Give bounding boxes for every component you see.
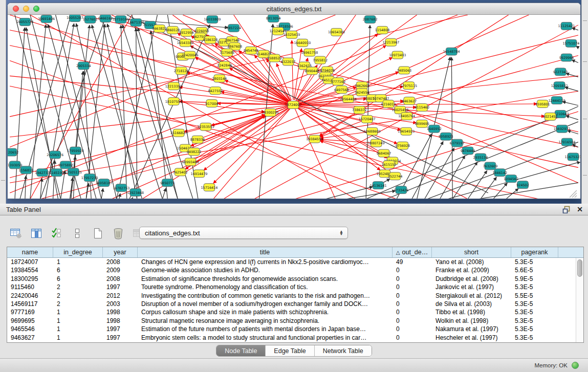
graph-edge[interactable] xyxy=(162,188,166,199)
table-row[interactable]: 1938455462009Genome-wide association stu… xyxy=(7,266,583,274)
graph-edge[interactable] xyxy=(86,24,105,199)
graph-node[interactable]: 2803144 xyxy=(212,75,227,82)
graph-edge[interactable] xyxy=(383,179,390,183)
graph-node[interactable]: 1393059 xyxy=(8,161,22,169)
resize-grip-icon[interactable] xyxy=(570,190,577,198)
graph-node[interactable]: 2120652 xyxy=(8,148,18,156)
graph-node[interactable]: 1942737 xyxy=(35,169,50,177)
graph-node[interactable]: 917004 xyxy=(206,100,219,107)
graph-node[interactable]: 6322037 xyxy=(281,58,296,65)
graph-node[interactable]: 9498222 xyxy=(187,148,202,156)
table-row[interactable]: 1830029562008Estimation of significance … xyxy=(7,275,583,283)
column-header-in-degree[interactable]: in_degree xyxy=(53,247,103,257)
graph-node[interactable]: 7857224 xyxy=(226,24,241,32)
graph-node[interactable]: 8990448 xyxy=(304,67,319,75)
graph-node[interactable]: 16640910 xyxy=(294,39,311,47)
graph-node[interactable]: 16961758 xyxy=(301,49,318,56)
graph-node[interactable]: 8860128 xyxy=(165,26,180,34)
graph-node[interactable]: 16543382 xyxy=(177,39,194,47)
graph-node[interactable]: 11675321 xyxy=(565,153,580,161)
graph-node[interactable]: 16033809 xyxy=(204,15,221,23)
graph-edge[interactable] xyxy=(481,177,496,199)
graph-edge[interactable] xyxy=(297,74,323,101)
network-view-window[interactable]: citations_edges.txt 24055724306914061005… xyxy=(7,3,581,199)
graph-edge[interactable] xyxy=(293,105,336,199)
graph-node[interactable]: 1145190 xyxy=(49,169,64,177)
graph-node[interactable]: 8427552 xyxy=(208,87,223,95)
graph-node[interactable]: 7663822 xyxy=(152,25,167,32)
tab-network-table[interactable]: Network Table xyxy=(315,345,372,356)
graph-edge[interactable] xyxy=(468,170,487,199)
graph-node[interactable]: 15716414 xyxy=(201,184,217,191)
graph-edge[interactable] xyxy=(572,60,578,63)
table-row[interactable]: 1872400712008Changes of HCN gene express… xyxy=(7,258,583,266)
column-header-short[interactable]: short xyxy=(432,247,511,257)
graph-node[interactable]: 20564486 xyxy=(340,95,357,103)
graph-node[interactable]: 1094562 xyxy=(504,175,518,183)
graph-node[interactable]: 1640952 xyxy=(427,125,442,133)
graph-node[interactable]: 7632609 xyxy=(483,162,497,170)
delete-table-icon[interactable] xyxy=(112,227,125,240)
graph-node[interactable]: 1846142 xyxy=(492,169,507,177)
column-header-name[interactable]: name xyxy=(7,247,53,257)
graph-node[interactable]: 1021452 xyxy=(543,113,558,120)
graph-node[interactable]: 9975887 xyxy=(58,161,73,169)
graph-node[interactable]: 9227343 xyxy=(553,68,568,76)
graph-node[interactable]: 1595801 xyxy=(535,100,550,108)
column-header-title[interactable]: title xyxy=(138,247,393,257)
select-columns-icon[interactable] xyxy=(50,227,63,240)
graph-node[interactable]: 2718126 xyxy=(174,67,189,75)
graph-edge[interactable] xyxy=(101,188,103,199)
graph-node[interactable]: 16548784 xyxy=(443,48,460,55)
panel-collapse-handle[interactable] xyxy=(1,180,5,181)
table-row[interactable]: 911546021997Tourette syndrome. Phenomeno… xyxy=(7,283,583,291)
table-row[interactable]: 969969511998Structural magnetic resonanc… xyxy=(7,317,583,325)
graph-node[interactable]: 2522744 xyxy=(388,172,403,180)
graph-node[interactable]: 24055724 xyxy=(16,18,33,26)
graph-node[interactable]: 2087682 xyxy=(363,15,378,23)
left-panel-edge[interactable] xyxy=(0,0,6,204)
table-settings-icon[interactable] xyxy=(9,227,23,240)
graph-node[interactable]: 1156819 xyxy=(19,166,34,174)
graph-edge[interactable] xyxy=(40,56,578,199)
graph-node[interactable]: 12353553 xyxy=(198,123,214,130)
graph-edge[interactable] xyxy=(10,30,578,147)
graph-node[interactable]: 12444118 xyxy=(549,97,565,104)
graph-node[interactable]: 6216012 xyxy=(381,100,396,108)
column-header-out-de-[interactable]: △out_de… xyxy=(393,247,432,257)
node-table[interactable]: namein_degreeyeartitle△out_de…shortpager… xyxy=(7,247,584,343)
graph-node[interactable]: 9929966 xyxy=(559,54,574,61)
graph-node[interactable]: 1527602 xyxy=(83,15,98,23)
graph-node[interactable]: 30691406 xyxy=(38,15,55,23)
rows-icon[interactable] xyxy=(71,227,84,240)
graph-node[interactable]: 9777169 xyxy=(331,78,345,85)
column-header-year[interactable]: year xyxy=(103,247,138,257)
graph-node[interactable]: 9115460 xyxy=(415,104,429,112)
graph-node[interactable]: 60993489 xyxy=(182,158,199,166)
graph-node[interactable]: 17959928 xyxy=(67,147,84,155)
graph-edge[interactable] xyxy=(195,116,266,159)
graph-node[interactable]: 1733426 xyxy=(394,186,408,194)
graph-edge[interactable] xyxy=(76,24,117,199)
graph-node[interactable]: 1615152 xyxy=(382,161,397,168)
graph-node[interactable]: 8186328 xyxy=(203,36,218,43)
graph-node[interactable]: 9756928 xyxy=(395,142,410,149)
graph-edge[interactable] xyxy=(92,25,142,199)
graph-node[interactable]: 3175685 xyxy=(220,49,234,56)
graph-node[interactable]: 9850771 xyxy=(160,179,175,187)
graph-node[interactable]: 7386372 xyxy=(352,106,367,114)
graph-node[interactable]: 7485063 xyxy=(397,67,411,74)
graph-node[interactable]: 12093832 xyxy=(551,82,568,90)
table-scrollbar-thumb[interactable] xyxy=(577,259,582,277)
tab-edge-table[interactable]: Edge Table xyxy=(266,345,314,356)
column-header-pagerank[interactable]: pagerank xyxy=(511,247,558,257)
graph-node[interactable]: 9684067 xyxy=(377,149,391,157)
graph-node[interactable]: 7955812 xyxy=(313,56,328,64)
graph-edge[interactable] xyxy=(320,139,371,143)
graph-edge[interactable] xyxy=(412,141,443,199)
graph-node[interactable]: 8813054 xyxy=(266,15,281,22)
window-titlebar[interactable]: citations_edges.txt xyxy=(8,3,580,15)
graph-node[interactable]: 2905334 xyxy=(76,62,91,70)
close-panel-icon[interactable]: ✕ xyxy=(577,205,583,213)
table-panel-header[interactable]: Table Panel ✕ xyxy=(0,204,588,215)
